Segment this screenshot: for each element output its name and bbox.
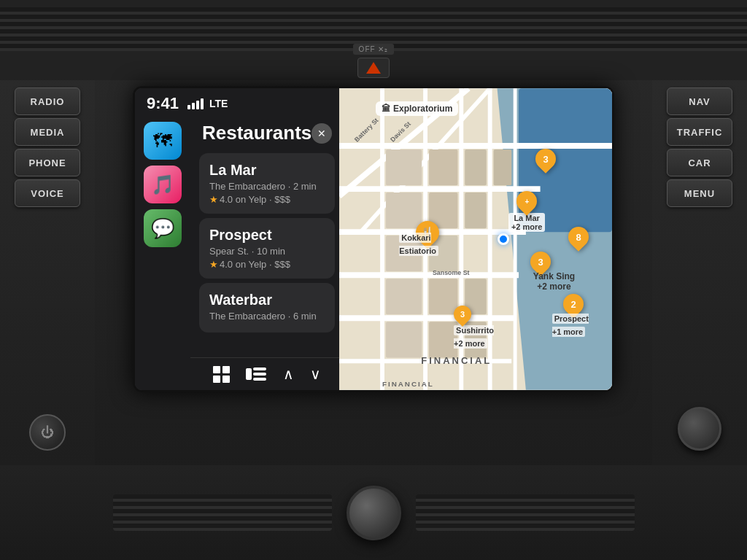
signal-bar-3 [196,101,199,109]
hazard-button[interactable] [357,58,390,78]
phone-button[interactable]: PHONE [15,149,80,176]
scroll-knob[interactable] [347,486,401,540]
svg-rect-24 [465,192,487,228]
clock: 9:41 [147,94,179,113]
svg-rect-25 [494,149,512,185]
svg-text:Sansome St: Sansome St [433,269,470,276]
list-view-icon[interactable] [246,368,266,381]
scroll-up-button[interactable]: ∧ [283,365,294,383]
hazard-controls: OFF ✕₂ [353,44,395,78]
map-pin-3a[interactable]: 3 [535,149,556,169]
map-pin-8[interactable]: 8 [568,227,589,247]
restaurant-list: La Mar The Embarcadero · 2 min ★4.0 on Y… [190,153,344,357]
svg-text:FINANCIAL: FINANCIAL [382,380,434,388]
grid-dot [213,366,220,373]
power-button[interactable]: ⏻ [29,414,66,451]
restaurant-name: Prospect [209,227,325,244]
screen-container: 9:41 LTE 🗺 🎵 [95,80,652,465]
signal-bar-2 [192,103,195,109]
signal-bar-4 [201,98,204,109]
svg-rect-26 [386,279,422,314]
restaurant-location: The Embarcadero · 6 min [209,311,325,322]
messages-app-icon[interactable]: 💬 [144,209,182,247]
list-line [253,378,266,381]
sushirrito-label: 3 Sushirrito+2 more [454,306,494,349]
restaurant-name: La Mar [209,162,325,179]
left-knob-area: ⏻ [29,407,66,458]
top-vent-area: OFF ✕₂ [0,0,747,80]
map-pin-3b[interactable]: 3 [530,252,551,272]
left-controls: RADIO MEDIA PHONE VOICE ⏻ [0,80,95,465]
hazard-triangle-icon [366,62,381,74]
grid-dot [213,376,220,383]
svg-rect-27 [386,322,422,357]
map-pin-yanksing[interactable]: Yank Sing+2 more [530,269,578,292]
right-knob-area [678,400,721,458]
pin-label-yanksing: Yank Sing+2 more [530,271,578,292]
signal-bar-1 [187,105,190,109]
svg-rect-20 [429,149,457,185]
traffic-button[interactable]: TRAFFIC [667,118,732,146]
restaurant-rating: ★4.0 on Yelp · $$$ [209,259,325,270]
kokkari-label: KokkariEstiatorio [399,230,438,257]
restaurant-location: The Embarcadero · 2 min [209,181,325,192]
music-app-icon[interactable]: 🎵 [144,166,182,203]
restaurant-item-waterbar[interactable]: Waterbar The Embarcadero · 6 min [199,283,335,332]
maps-app-icon[interactable]: 🗺 [144,122,182,160]
map-pin-lamar[interactable]: + La Mar+2 more [508,191,546,232]
museum-icon: 🏛 [382,104,390,114]
financial-district-label: FINANCIAL [421,355,492,366]
right-controls: NAV TRAFFIC CAR MENU [652,80,747,465]
off-indicator: OFF ✕₂ [353,44,395,55]
map-pin-2[interactable]: 2 [563,294,584,314]
list-icon-bar [246,368,252,380]
restaurant-item-prospect[interactable]: Prospect Spear St. · 10 min ★4.0 on Yelp… [199,218,335,279]
svg-rect-23 [465,149,487,185]
network-label: LTE [209,98,228,109]
grid-view-icon[interactable] [213,366,230,383]
infotainment-screen: 9:41 LTE 🗺 🎵 [133,86,614,392]
car-button[interactable]: CAR [667,149,732,176]
bottom-left-vent [113,494,332,531]
panel-title-row: Restaurants ✕ [190,116,344,153]
app-icons: 🗺 🎵 💬 [135,116,190,390]
media-button[interactable]: MEDIA [15,118,80,146]
bottom-row [0,465,747,560]
signal-bars [187,98,204,109]
grid-dot [222,376,230,383]
close-button[interactable]: ✕ [311,123,332,144]
middle-row: RADIO MEDIA PHONE VOICE ⏻ 9:41 [0,80,747,465]
menu-button[interactable]: MENU [667,179,732,207]
right-volume-knob[interactable] [678,407,721,451]
scroll-down-button[interactable]: ∨ [310,365,321,383]
exploratorium-label: 🏛 Exploratorium [376,101,458,116]
list-lines [253,368,266,381]
panel-title: Restaurants [202,122,311,144]
restaurant-item-lamar[interactable]: La Mar The Embarcadero · 2 min ★4.0 on Y… [199,153,335,214]
bottom-nav: ∧ ∨ [190,357,344,390]
restaurant-rating: ★4.0 on Yelp · $$$ [209,194,325,205]
list-line [253,368,266,370]
current-location-marker [498,233,509,245]
restaurant-name: Waterbar [209,292,325,308]
grid-dot [222,366,230,373]
voice-button[interactable]: VOICE [15,179,80,207]
car-dashboard: OFF ✕₂ RADIO MEDIA PHONE VOICE ⏻ [0,0,747,560]
prospect-label: Prospect+1 more [552,311,589,338]
list-line [253,373,266,376]
carplay-panel: 9:41 LTE 🗺 🎵 [135,88,339,390]
power-icon: ⏻ [41,425,54,440]
status-bar: 9:41 LTE [135,88,339,116]
restaurant-location: Spear St. · 10 min [209,246,325,257]
svg-rect-18 [386,192,422,228]
radio-button[interactable]: RADIO [15,88,80,115]
svg-rect-17 [386,149,422,185]
nav-button[interactable]: NAV [667,88,732,115]
bottom-right-vent [416,494,635,531]
map-view: Battery St Davis St Sansome St FINANCIAL… [339,88,612,390]
